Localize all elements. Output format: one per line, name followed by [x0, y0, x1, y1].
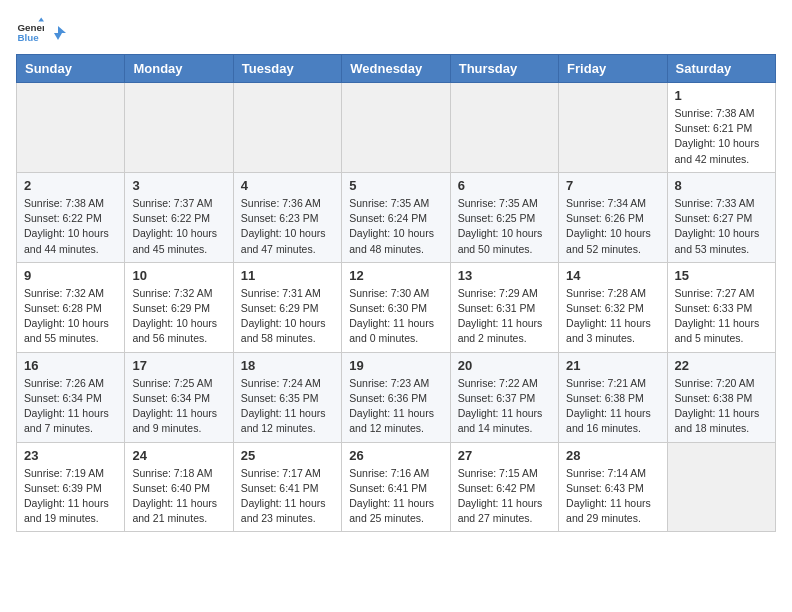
day-number: 18 — [241, 358, 334, 373]
day-info: Sunrise: 7:18 AM Sunset: 6:40 PM Dayligh… — [132, 466, 225, 527]
weekday-header-saturday: Saturday — [667, 55, 775, 83]
day-cell: 16Sunrise: 7:26 AM Sunset: 6:34 PM Dayli… — [17, 352, 125, 442]
day-info: Sunrise: 7:36 AM Sunset: 6:23 PM Dayligh… — [241, 196, 334, 257]
day-info: Sunrise: 7:19 AM Sunset: 6:39 PM Dayligh… — [24, 466, 117, 527]
day-number: 4 — [241, 178, 334, 193]
logo-arrow-icon — [50, 25, 66, 41]
day-number: 27 — [458, 448, 551, 463]
day-cell: 24Sunrise: 7:18 AM Sunset: 6:40 PM Dayli… — [125, 442, 233, 532]
day-info: Sunrise: 7:26 AM Sunset: 6:34 PM Dayligh… — [24, 376, 117, 437]
svg-text:Blue: Blue — [17, 32, 39, 43]
day-cell: 9Sunrise: 7:32 AM Sunset: 6:28 PM Daylig… — [17, 262, 125, 352]
calendar-table: SundayMondayTuesdayWednesdayThursdayFrid… — [16, 54, 776, 532]
day-cell: 19Sunrise: 7:23 AM Sunset: 6:36 PM Dayli… — [342, 352, 450, 442]
day-info: Sunrise: 7:20 AM Sunset: 6:38 PM Dayligh… — [675, 376, 768, 437]
weekday-header-sunday: Sunday — [17, 55, 125, 83]
day-info: Sunrise: 7:16 AM Sunset: 6:41 PM Dayligh… — [349, 466, 442, 527]
day-info: Sunrise: 7:34 AM Sunset: 6:26 PM Dayligh… — [566, 196, 659, 257]
day-cell: 8Sunrise: 7:33 AM Sunset: 6:27 PM Daylig… — [667, 172, 775, 262]
day-info: Sunrise: 7:24 AM Sunset: 6:35 PM Dayligh… — [241, 376, 334, 437]
day-info: Sunrise: 7:37 AM Sunset: 6:22 PM Dayligh… — [132, 196, 225, 257]
page-header: General Blue — [16, 16, 776, 44]
day-info: Sunrise: 7:38 AM Sunset: 6:22 PM Dayligh… — [24, 196, 117, 257]
day-number: 15 — [675, 268, 768, 283]
day-info: Sunrise: 7:17 AM Sunset: 6:41 PM Dayligh… — [241, 466, 334, 527]
day-cell: 3Sunrise: 7:37 AM Sunset: 6:22 PM Daylig… — [125, 172, 233, 262]
day-number: 9 — [24, 268, 117, 283]
day-info: Sunrise: 7:23 AM Sunset: 6:36 PM Dayligh… — [349, 376, 442, 437]
week-row-5: 23Sunrise: 7:19 AM Sunset: 6:39 PM Dayli… — [17, 442, 776, 532]
day-number: 1 — [675, 88, 768, 103]
day-info: Sunrise: 7:27 AM Sunset: 6:33 PM Dayligh… — [675, 286, 768, 347]
day-cell: 27Sunrise: 7:15 AM Sunset: 6:42 PM Dayli… — [450, 442, 558, 532]
day-number: 14 — [566, 268, 659, 283]
day-cell — [233, 83, 341, 173]
day-number: 22 — [675, 358, 768, 373]
week-row-2: 2Sunrise: 7:38 AM Sunset: 6:22 PM Daylig… — [17, 172, 776, 262]
svg-marker-4 — [54, 33, 62, 40]
day-cell: 5Sunrise: 7:35 AM Sunset: 6:24 PM Daylig… — [342, 172, 450, 262]
day-cell: 23Sunrise: 7:19 AM Sunset: 6:39 PM Dayli… — [17, 442, 125, 532]
day-number: 7 — [566, 178, 659, 193]
day-info: Sunrise: 7:21 AM Sunset: 6:38 PM Dayligh… — [566, 376, 659, 437]
day-cell — [342, 83, 450, 173]
day-number: 13 — [458, 268, 551, 283]
day-cell: 17Sunrise: 7:25 AM Sunset: 6:34 PM Dayli… — [125, 352, 233, 442]
day-number: 20 — [458, 358, 551, 373]
day-info: Sunrise: 7:35 AM Sunset: 6:25 PM Dayligh… — [458, 196, 551, 257]
day-cell: 26Sunrise: 7:16 AM Sunset: 6:41 PM Dayli… — [342, 442, 450, 532]
day-info: Sunrise: 7:14 AM Sunset: 6:43 PM Dayligh… — [566, 466, 659, 527]
day-number: 3 — [132, 178, 225, 193]
day-number: 26 — [349, 448, 442, 463]
day-number: 19 — [349, 358, 442, 373]
svg-marker-3 — [58, 26, 66, 33]
day-cell: 25Sunrise: 7:17 AM Sunset: 6:41 PM Dayli… — [233, 442, 341, 532]
day-cell: 2Sunrise: 7:38 AM Sunset: 6:22 PM Daylig… — [17, 172, 125, 262]
day-info: Sunrise: 7:28 AM Sunset: 6:32 PM Dayligh… — [566, 286, 659, 347]
day-cell: 20Sunrise: 7:22 AM Sunset: 6:37 PM Dayli… — [450, 352, 558, 442]
weekday-header-thursday: Thursday — [450, 55, 558, 83]
day-cell: 1Sunrise: 7:38 AM Sunset: 6:21 PM Daylig… — [667, 83, 775, 173]
day-cell — [17, 83, 125, 173]
day-cell: 14Sunrise: 7:28 AM Sunset: 6:32 PM Dayli… — [559, 262, 667, 352]
day-info: Sunrise: 7:32 AM Sunset: 6:28 PM Dayligh… — [24, 286, 117, 347]
day-info: Sunrise: 7:29 AM Sunset: 6:31 PM Dayligh… — [458, 286, 551, 347]
day-cell: 6Sunrise: 7:35 AM Sunset: 6:25 PM Daylig… — [450, 172, 558, 262]
day-cell: 22Sunrise: 7:20 AM Sunset: 6:38 PM Dayli… — [667, 352, 775, 442]
week-row-1: 1Sunrise: 7:38 AM Sunset: 6:21 PM Daylig… — [17, 83, 776, 173]
day-cell — [667, 442, 775, 532]
day-cell: 10Sunrise: 7:32 AM Sunset: 6:29 PM Dayli… — [125, 262, 233, 352]
day-info: Sunrise: 7:22 AM Sunset: 6:37 PM Dayligh… — [458, 376, 551, 437]
weekday-header-tuesday: Tuesday — [233, 55, 341, 83]
day-number: 23 — [24, 448, 117, 463]
day-info: Sunrise: 7:30 AM Sunset: 6:30 PM Dayligh… — [349, 286, 442, 347]
day-cell: 12Sunrise: 7:30 AM Sunset: 6:30 PM Dayli… — [342, 262, 450, 352]
week-row-4: 16Sunrise: 7:26 AM Sunset: 6:34 PM Dayli… — [17, 352, 776, 442]
weekday-header-wednesday: Wednesday — [342, 55, 450, 83]
day-cell: 18Sunrise: 7:24 AM Sunset: 6:35 PM Dayli… — [233, 352, 341, 442]
day-info: Sunrise: 7:31 AM Sunset: 6:29 PM Dayligh… — [241, 286, 334, 347]
weekday-header-friday: Friday — [559, 55, 667, 83]
svg-marker-2 — [38, 17, 44, 21]
day-info: Sunrise: 7:15 AM Sunset: 6:42 PM Dayligh… — [458, 466, 551, 527]
day-info: Sunrise: 7:32 AM Sunset: 6:29 PM Dayligh… — [132, 286, 225, 347]
weekday-header-monday: Monday — [125, 55, 233, 83]
week-row-3: 9Sunrise: 7:32 AM Sunset: 6:28 PM Daylig… — [17, 262, 776, 352]
day-number: 12 — [349, 268, 442, 283]
day-number: 28 — [566, 448, 659, 463]
weekday-header-row: SundayMondayTuesdayWednesdayThursdayFrid… — [17, 55, 776, 83]
day-cell — [559, 83, 667, 173]
day-number: 5 — [349, 178, 442, 193]
day-number: 8 — [675, 178, 768, 193]
day-cell: 15Sunrise: 7:27 AM Sunset: 6:33 PM Dayli… — [667, 262, 775, 352]
day-info: Sunrise: 7:33 AM Sunset: 6:27 PM Dayligh… — [675, 196, 768, 257]
day-cell: 21Sunrise: 7:21 AM Sunset: 6:38 PM Dayli… — [559, 352, 667, 442]
logo: General Blue — [16, 16, 66, 44]
day-cell — [450, 83, 558, 173]
day-number: 25 — [241, 448, 334, 463]
day-cell: 7Sunrise: 7:34 AM Sunset: 6:26 PM Daylig… — [559, 172, 667, 262]
day-number: 2 — [24, 178, 117, 193]
logo-icon: General Blue — [16, 16, 44, 44]
day-number: 6 — [458, 178, 551, 193]
day-info: Sunrise: 7:35 AM Sunset: 6:24 PM Dayligh… — [349, 196, 442, 257]
